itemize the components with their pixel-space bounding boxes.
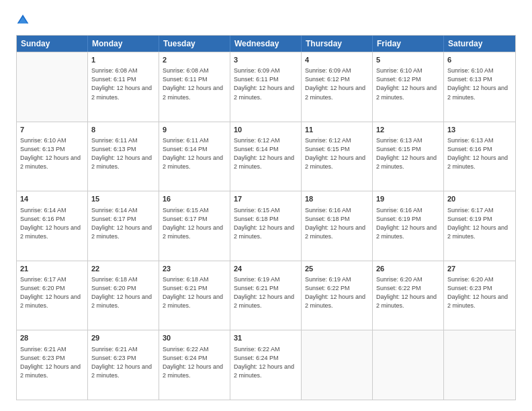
cell-info: Sunrise: 6:10 AM Sunset: 6:13 PM Dayligh… — [20, 136, 84, 171]
calendar-cell: 8 Sunrise: 6:11 AM Sunset: 6:13 PM Dayli… — [88, 122, 159, 191]
cell-info: Sunrise: 6:14 AM Sunset: 6:16 PM Dayligh… — [20, 206, 84, 241]
calendar-cell: 21 Sunrise: 6:17 AM Sunset: 6:20 PM Dayl… — [17, 261, 88, 330]
sunrise-label: Sunrise: 6:10 AM — [376, 67, 423, 74]
day-number: 16 — [163, 194, 226, 204]
daylight-label: Daylight: 12 hours and 2 minutes. — [234, 293, 294, 309]
daylight-label: Daylight: 12 hours and 2 minutes. — [163, 154, 223, 170]
sunset-label: Sunset: 6:15 PM — [305, 146, 350, 152]
day-number: 9 — [163, 125, 226, 135]
sunset-label: Sunset: 6:14 PM — [234, 146, 279, 152]
sunset-label: Sunset: 6:23 PM — [447, 285, 492, 291]
day-number: 15 — [91, 194, 155, 204]
day-number: 31 — [234, 333, 298, 343]
sunset-label: Sunset: 6:23 PM — [20, 355, 65, 361]
calendar-row: 7 Sunrise: 6:10 AM Sunset: 6:13 PM Dayli… — [17, 122, 515, 191]
header — [16, 13, 516, 27]
cell-info: Sunrise: 6:11 AM Sunset: 6:14 PM Dayligh… — [163, 136, 226, 171]
cell-info: Sunrise: 6:13 AM Sunset: 6:16 PM Dayligh… — [447, 136, 512, 171]
sunrise-label: Sunrise: 6:11 AM — [163, 137, 209, 144]
sunset-label: Sunset: 6:17 PM — [163, 216, 208, 222]
cell-info: Sunrise: 6:19 AM Sunset: 6:21 PM Dayligh… — [234, 275, 298, 310]
sunrise-label: Sunrise: 6:20 AM — [376, 276, 423, 283]
daylight-label: Daylight: 12 hours and 2 minutes. — [163, 85, 223, 100]
day-number: 29 — [91, 333, 155, 343]
cell-info: Sunrise: 6:20 AM Sunset: 6:22 PM Dayligh… — [376, 275, 440, 310]
calendar-cell: 24 Sunrise: 6:19 AM Sunset: 6:21 PM Dayl… — [230, 261, 302, 330]
daylight-label: Daylight: 12 hours and 2 minutes. — [305, 224, 365, 240]
sunrise-label: Sunrise: 6:13 AM — [376, 137, 423, 144]
calendar-cell: 16 Sunrise: 6:15 AM Sunset: 6:17 PM Dayl… — [159, 191, 230, 261]
daylight-label: Daylight: 12 hours and 2 minutes. — [305, 293, 365, 309]
calendar-cell: 13 Sunrise: 6:13 AM Sunset: 6:16 PM Dayl… — [444, 122, 515, 191]
calendar-cell — [444, 330, 515, 400]
cell-info: Sunrise: 6:17 AM Sunset: 6:20 PM Dayligh… — [20, 275, 84, 310]
cell-info: Sunrise: 6:10 AM Sunset: 6:13 PM Dayligh… — [447, 66, 512, 101]
cell-info: Sunrise: 6:15 AM Sunset: 6:17 PM Dayligh… — [163, 206, 226, 241]
sunrise-label: Sunrise: 6:09 AM — [305, 67, 351, 74]
day-number: 14 — [20, 194, 84, 204]
day-number: 23 — [163, 264, 226, 274]
day-number: 10 — [234, 125, 298, 135]
sunset-label: Sunset: 6:16 PM — [20, 216, 65, 222]
sunset-label: Sunset: 6:24 PM — [234, 355, 279, 361]
calendar-cell: 2 Sunrise: 6:08 AM Sunset: 6:11 PM Dayli… — [159, 52, 230, 122]
sunset-label: Sunset: 6:17 PM — [91, 216, 136, 222]
daylight-label: Daylight: 12 hours and 2 minutes. — [447, 293, 508, 309]
sunrise-label: Sunrise: 6:12 AM — [234, 137, 280, 144]
daylight-label: Daylight: 12 hours and 2 minutes. — [376, 293, 437, 309]
calendar-cell: 17 Sunrise: 6:15 AM Sunset: 6:18 PM Dayl… — [230, 191, 302, 261]
calendar-cell: 14 Sunrise: 6:14 AM Sunset: 6:16 PM Dayl… — [17, 191, 88, 261]
sunset-label: Sunset: 6:13 PM — [447, 76, 492, 83]
sunrise-label: Sunrise: 6:17 AM — [20, 276, 66, 283]
calendar-cell: 3 Sunrise: 6:09 AM Sunset: 6:11 PM Dayli… — [230, 52, 302, 122]
day-number: 25 — [305, 264, 369, 274]
day-number: 1 — [91, 55, 155, 65]
sunset-label: Sunset: 6:21 PM — [163, 285, 208, 291]
cell-info: Sunrise: 6:19 AM Sunset: 6:22 PM Dayligh… — [305, 275, 369, 310]
day-number: 2 — [163, 55, 226, 65]
calendar-row: 21 Sunrise: 6:17 AM Sunset: 6:20 PM Dayl… — [17, 261, 515, 330]
calendar-cell: 20 Sunrise: 6:17 AM Sunset: 6:19 PM Dayl… — [444, 191, 515, 261]
day-number: 13 — [447, 125, 512, 135]
calendar-cell: 12 Sunrise: 6:13 AM Sunset: 6:15 PM Dayl… — [373, 122, 444, 191]
daylight-label: Daylight: 12 hours and 2 minutes. — [305, 85, 365, 100]
cell-info: Sunrise: 6:09 AM Sunset: 6:12 PM Dayligh… — [305, 66, 369, 101]
daylight-label: Daylight: 12 hours and 2 minutes. — [447, 85, 508, 100]
day-number: 17 — [234, 194, 298, 204]
calendar-cell: 18 Sunrise: 6:16 AM Sunset: 6:18 PM Dayl… — [302, 191, 373, 261]
sunset-label: Sunset: 6:20 PM — [91, 285, 136, 291]
calendar-cell: 19 Sunrise: 6:16 AM Sunset: 6:19 PM Dayl… — [373, 191, 444, 261]
sunset-label: Sunset: 6:14 PM — [163, 146, 208, 152]
calendar-row: 1 Sunrise: 6:08 AM Sunset: 6:11 PM Dayli… — [17, 52, 515, 122]
day-number: 6 — [447, 55, 512, 65]
sunrise-label: Sunrise: 6:22 AM — [234, 346, 280, 353]
day-number: 20 — [447, 194, 512, 204]
sunrise-label: Sunrise: 6:08 AM — [91, 67, 138, 74]
sunrise-label: Sunrise: 6:12 AM — [305, 137, 351, 144]
sunrise-label: Sunrise: 6:15 AM — [234, 207, 280, 214]
cell-info: Sunrise: 6:14 AM Sunset: 6:17 PM Dayligh… — [91, 206, 155, 241]
cell-info: Sunrise: 6:21 AM Sunset: 6:23 PM Dayligh… — [20, 345, 84, 380]
calendar-cell — [17, 52, 88, 122]
calendar-cell: 10 Sunrise: 6:12 AM Sunset: 6:14 PM Dayl… — [230, 122, 302, 191]
daylight-label: Daylight: 12 hours and 2 minutes. — [305, 154, 365, 170]
sunrise-label: Sunrise: 6:20 AM — [447, 276, 494, 283]
cell-info: Sunrise: 6:18 AM Sunset: 6:21 PM Dayligh… — [163, 275, 226, 310]
weekday-header: Friday — [373, 36, 444, 52]
sunrise-label: Sunrise: 6:19 AM — [305, 276, 351, 283]
sunrise-label: Sunrise: 6:10 AM — [447, 67, 494, 74]
cell-info: Sunrise: 6:12 AM Sunset: 6:14 PM Dayligh… — [234, 136, 298, 171]
sunset-label: Sunset: 6:22 PM — [305, 285, 350, 291]
day-number: 28 — [20, 333, 84, 343]
daylight-label: Daylight: 12 hours and 2 minutes. — [163, 293, 223, 309]
sunrise-label: Sunrise: 6:16 AM — [376, 207, 423, 214]
sunset-label: Sunset: 6:18 PM — [305, 216, 350, 222]
sunrise-label: Sunrise: 6:17 AM — [447, 207, 494, 214]
sunrise-label: Sunrise: 6:11 AM — [91, 137, 138, 144]
sunrise-label: Sunrise: 6:14 AM — [91, 207, 138, 214]
cell-info: Sunrise: 6:12 AM Sunset: 6:15 PM Dayligh… — [305, 136, 369, 171]
calendar-cell: 4 Sunrise: 6:09 AM Sunset: 6:12 PM Dayli… — [302, 52, 373, 122]
calendar-cell: 1 Sunrise: 6:08 AM Sunset: 6:11 PM Dayli… — [88, 52, 159, 122]
daylight-label: Daylight: 12 hours and 2 minutes. — [234, 224, 294, 240]
day-number: 22 — [91, 264, 155, 274]
